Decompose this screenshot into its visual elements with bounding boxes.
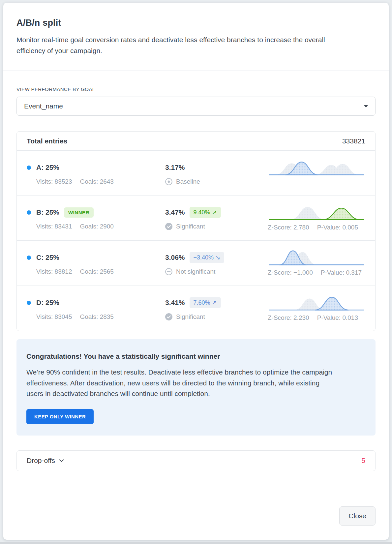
uplift-badge: 7.60% ↗ [190,297,221,308]
status-label: Not significant [176,268,215,275]
goals-stat: Goals: 2835 [80,313,113,320]
banner-body: We’re 90% confident in the test results.… [26,367,332,399]
results-table: Total entries 333821 A: 25% Visits: 8352… [16,131,376,331]
conversion-rate: 3.06% [165,254,185,261]
distribution-chart [268,248,365,266]
goals-stat: Goals: 2565 [80,268,113,275]
dropoffs-label: Drop-offs [27,457,55,465]
total-entries-label: Total entries [27,137,67,145]
check-circle-icon [165,313,172,320]
baseline-icon [165,178,172,185]
goal-select-value: Event_name [24,102,63,110]
distribution-chart [268,158,365,176]
p-value: P-Value: 0.013 [317,314,358,321]
distribution-chart [268,293,365,312]
visits-stat: Visits: 83045 [36,313,72,320]
distribution-chart [268,203,365,221]
goals-stat: Goals: 2643 [80,178,113,185]
check-circle-icon [165,223,172,230]
variant-name: D: 25% [36,299,59,307]
conversion-rate: 3.17% [165,164,185,171]
variant-name: C: 25% [36,254,59,261]
visits-stat: Visits: 83812 [36,268,72,275]
ab-split-modal: A/B/n split Monitor real-time goal conve… [3,3,389,540]
p-value: P-Value: 0.317 [321,269,362,276]
visits-stat: Visits: 83431 [36,223,72,230]
z-score-value: Z-Score: 2.230 [268,314,309,321]
variant-row-b: B: 25% WINNER Visits: 83431 Goals: 2900 … [17,196,375,241]
modal-footer: Close [3,491,389,540]
banner-title: Congratulations! You have a statisticall… [26,352,366,360]
variant-name: A: 25% [36,164,59,171]
minus-circle-icon [165,268,172,275]
winner-badge: WINNER [64,207,94,218]
dropoffs-toggle[interactable]: Drop-offs 5 [16,450,376,471]
modal-header: A/B/n split Monitor real-time goal conve… [3,3,389,71]
conversion-rate: 3.47% [165,208,185,216]
keep-only-winner-button[interactable]: KEEP ONLY WINNER [26,409,94,424]
variant-row-d: D: 25% Visits: 83045 Goals: 2835 3.41% 7… [17,286,375,331]
status-label: Significant [176,313,205,320]
variant-row-c: C: 25% Visits: 83812 Goals: 2565 3.06% −… [17,241,375,286]
variant-name: B: 25% [36,208,59,216]
total-entries-row: Total entries 333821 [17,132,375,151]
close-button[interactable]: Close [339,506,376,526]
uplift-badge: 9.40% ↗ [190,207,221,218]
p-value: P-Value: 0.005 [317,224,358,231]
variant-color-dot [27,210,31,215]
goal-select-label: VIEW PERFORMANCE BY GOAL [16,86,376,92]
variant-row-a: A: 25% Visits: 83523 Goals: 2643 3.17% [17,151,375,196]
visits-stat: Visits: 83523 [36,178,72,185]
goals-stat: Goals: 2900 [80,223,113,230]
z-score-value: Z-Score: 2.780 [268,224,309,231]
page-title: A/B/n split [16,18,376,28]
variant-color-dot [27,166,31,170]
page-description: Monitor real-time goal conversion rates … [16,35,346,56]
goal-select[interactable]: Event_name [16,97,376,116]
chevron-down-icon [59,459,64,462]
status-label: Baseline [176,178,200,185]
variant-color-dot [27,256,31,260]
variant-color-dot [27,301,31,305]
conversion-rate: 3.41% [165,299,185,307]
total-entries-value: 333821 [342,137,365,145]
z-score-value: Z-Score: −1.000 [268,269,313,276]
status-label: Significant [176,223,205,230]
winner-banner: Congratulations! You have a statisticall… [16,339,376,436]
downlift-badge: −3.40% ↘ [190,252,225,263]
modal-body: VIEW PERFORMANCE BY GOAL Event_name Tota… [3,71,389,475]
dropdown-caret-icon [364,105,368,107]
page-bottom-strip [0,542,392,544]
dropoffs-count: 5 [361,457,365,465]
